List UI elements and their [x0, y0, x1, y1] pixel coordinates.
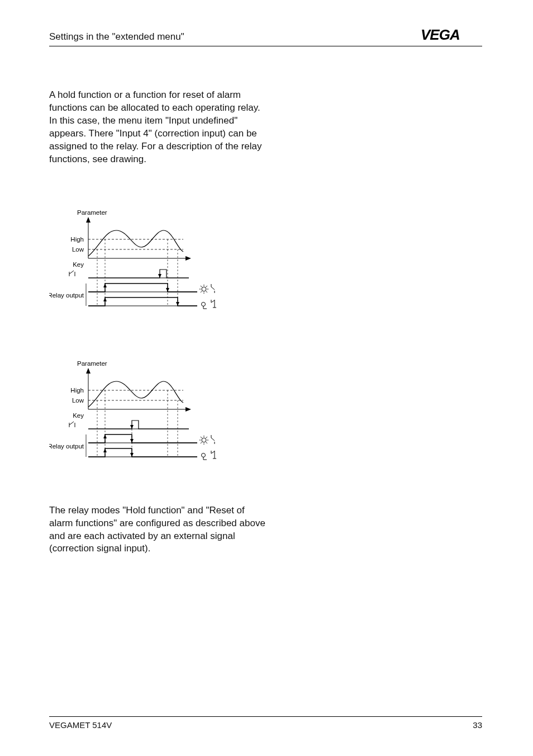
svg-point-74: [202, 453, 206, 457]
timing-diagram-2: Parameter High Low Key Relay output: [49, 359, 222, 471]
lamp-icon: [199, 285, 208, 294]
svg-marker-61: [130, 453, 134, 457]
svg-line-68: [206, 442, 207, 443]
svg-marker-59: [130, 439, 134, 443]
svg-point-23: [202, 287, 206, 291]
svg-marker-54: [130, 425, 134, 429]
svg-line-67: [201, 437, 202, 438]
paragraph-1: A hold function or a function for reset …: [49, 89, 270, 166]
lamp-icon: [199, 436, 208, 445]
svg-point-35: [202, 302, 206, 306]
d1-low-label: Low: [72, 246, 84, 253]
svg-marker-3: [86, 217, 91, 223]
svg-marker-20: [166, 288, 169, 292]
d1-key-label: Key: [73, 261, 84, 268]
d2-relay-label: Relay output: [49, 443, 84, 450]
vega-logo: VEGA: [421, 27, 482, 42]
svg-marker-58: [103, 434, 107, 438]
svg-line-69: [201, 442, 202, 443]
svg-line-28: [201, 286, 202, 287]
d2-key-label: Key: [73, 412, 84, 419]
svg-point-62: [202, 438, 206, 442]
svg-marker-60: [103, 448, 107, 452]
svg-line-37: [211, 300, 215, 303]
svg-line-29: [206, 291, 207, 292]
svg-line-53: [69, 422, 74, 425]
svg-marker-41: [86, 368, 91, 374]
footer-page-number: 33: [473, 720, 482, 730]
svg-line-15: [69, 271, 74, 274]
d1-high-label: High: [70, 236, 84, 243]
horn-icon: [202, 453, 207, 460]
footer-product: VEGAMET 514V: [49, 720, 112, 730]
page-header: Settings in the "extended menu": [49, 25, 482, 46]
d2-low-label: Low: [72, 397, 84, 404]
d2-high-label: High: [70, 387, 84, 394]
svg-line-72: [211, 438, 215, 441]
contact-nc-icon: [211, 300, 216, 308]
svg-marker-43: [185, 407, 191, 412]
svg-marker-21: [103, 297, 107, 301]
paragraph-2: The relay modes "Hold function" and "Res…: [49, 504, 270, 556]
d1-relay-label: Relay output: [49, 292, 84, 299]
contact-no-icon: [211, 435, 215, 444]
horn-icon: [202, 302, 207, 309]
page-footer: VEGAMET 514V 33: [49, 716, 482, 730]
contact-no-icon: [211, 284, 215, 293]
svg-marker-16: [158, 274, 161, 278]
svg-line-31: [206, 286, 207, 287]
svg-line-70: [206, 437, 207, 438]
svg-line-76: [211, 451, 215, 453]
section-title: Settings in the "extended menu": [49, 31, 184, 42]
svg-line-30: [201, 291, 202, 292]
svg-text:VEGA: VEGA: [421, 27, 460, 42]
d1-parameter-label: Parameter: [77, 209, 107, 216]
svg-marker-22: [176, 302, 179, 306]
d2-parameter-label: Parameter: [77, 360, 107, 367]
svg-marker-19: [103, 284, 107, 287]
contact-nc-icon: [211, 451, 216, 459]
svg-line-33: [211, 287, 215, 290]
svg-marker-5: [185, 256, 191, 261]
timing-diagram-1: Parameter High Low Key Relay output: [49, 208, 222, 320]
